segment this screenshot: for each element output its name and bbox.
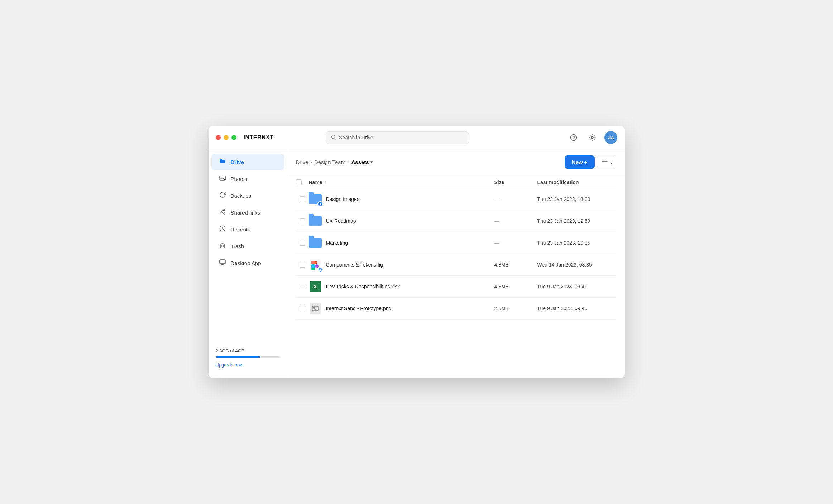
table-header: Name ↑ Size Last modification (296, 175, 616, 188)
header-checkbox-col (296, 179, 309, 185)
breadcrumb-current: Assets ▾ (351, 159, 372, 165)
folder-shared-icon (309, 193, 322, 206)
chevron-down-icon: ▾ (610, 161, 612, 165)
sidebar-label-drive: Drive (231, 159, 244, 165)
trash-icon (219, 242, 226, 251)
table-row[interactable]: Design Images — Thu 23 Jan 2023, 13:00 (296, 188, 616, 210)
file-modified: Tue 9 Jan 2023, 09:41 (537, 284, 616, 289)
shared-badge (317, 201, 323, 207)
header-right: New + ▾ (565, 155, 616, 169)
breadcrumb-sep-1: › (311, 159, 312, 165)
file-size: — (494, 240, 537, 246)
excel-icon: X (310, 281, 321, 292)
row-checkbox-col (296, 218, 309, 224)
breadcrumb-sep-2: › (348, 159, 349, 165)
sidebar-label-recents: Recents (231, 226, 250, 232)
table-row[interactable]: Components & Tokens.fig 4.8MB Wed 14 Jan… (296, 254, 616, 276)
row-checkbox[interactable] (300, 306, 305, 311)
sidebar-label-backups: Backups (231, 193, 252, 199)
row-checkbox[interactable] (300, 262, 305, 268)
row-checkbox-col (296, 196, 309, 202)
select-all-checkbox[interactable] (296, 179, 302, 185)
svg-point-8 (220, 211, 221, 212)
sidebar-item-trash[interactable]: Trash (211, 238, 284, 254)
svg-point-7 (224, 209, 225, 211)
breadcrumb: Drive › Design Team › Assets ▾ (296, 159, 373, 165)
shared-icon (219, 208, 226, 217)
shared-badge (318, 267, 323, 272)
avatar[interactable]: JA (604, 131, 617, 144)
sidebar-label-desktop: Desktop App (231, 260, 261, 266)
table-row[interactable]: Marketing — Thu 23 Jan 2023, 10:35 (296, 232, 616, 254)
storage-text: 2.8GB of 4GB (216, 348, 280, 354)
table-row[interactable]: Internxt Send - Prototype.png 2.5MB Tue … (296, 298, 616, 320)
col-name-header[interactable]: Name ↑ (309, 179, 494, 185)
sidebar-label-shared: Shared links (231, 210, 260, 216)
table-row[interactable]: UX Roadmap — Thu 23 Jan 2023, 12:59 (296, 210, 616, 232)
sidebar-item-photos[interactable]: Photos (211, 171, 284, 187)
file-size: 4.8MB (494, 284, 537, 289)
row-checkbox-col (296, 262, 309, 268)
upgrade-link[interactable]: Upgrade now (216, 362, 243, 368)
svg-rect-24 (311, 264, 315, 268)
titlebar: INTERNXT ? (209, 126, 625, 149)
maximize-button[interactable] (231, 135, 236, 140)
breadcrumb-drive[interactable]: Drive (296, 159, 308, 165)
sidebar-item-shared[interactable]: Shared links (211, 205, 284, 221)
help-button[interactable]: ? (567, 131, 580, 144)
breadcrumb-design-team[interactable]: Design Team (314, 159, 345, 165)
chevron-down-icon[interactable]: ▾ (370, 160, 373, 165)
svg-rect-25 (311, 268, 315, 270)
file-size: 2.5MB (494, 306, 537, 311)
image-file-icon (309, 302, 322, 315)
file-name: Design Images (326, 196, 359, 202)
row-checkbox[interactable] (300, 240, 305, 246)
sidebar-item-backups[interactable]: Backups (211, 188, 284, 204)
sidebar-item-recents[interactable]: Recents (211, 221, 284, 237)
search-bar[interactable] (326, 131, 469, 144)
file-name: Marketing (326, 240, 348, 246)
settings-button[interactable] (586, 131, 599, 144)
sidebar-label-trash: Trash (231, 243, 244, 249)
sidebar-item-desktop[interactable]: Desktop App (211, 255, 284, 271)
table-row[interactable]: X Dev Tasks & Responsibilities.xlsx 4.8M… (296, 276, 616, 298)
row-checkbox[interactable] (300, 284, 305, 289)
main-layout: Drive Photos (209, 149, 625, 378)
minimize-button[interactable] (224, 135, 229, 140)
sidebar-item-drive[interactable]: Drive (211, 154, 284, 170)
col-size-header[interactable]: Size (494, 179, 537, 185)
excel-file-icon: X (309, 280, 322, 293)
row-checkbox-col (296, 240, 309, 246)
storage-fill (216, 356, 260, 358)
svg-line-1 (334, 138, 336, 139)
folder-icon (219, 158, 226, 167)
image-icon (310, 303, 321, 314)
svg-line-11 (221, 212, 224, 213)
file-modified: Thu 23 Jan 2023, 13:00 (537, 196, 616, 202)
file-modified: Wed 14 Jan 2023, 08:35 (537, 262, 616, 268)
search-input[interactable] (339, 135, 464, 140)
sidebar: Drive Photos (209, 149, 287, 378)
svg-point-4 (591, 136, 593, 139)
row-checkbox-col (296, 306, 309, 311)
col-modified-header[interactable]: Last modification (537, 179, 616, 185)
new-button[interactable]: New + (565, 155, 595, 169)
row-checkbox[interactable] (300, 196, 305, 202)
svg-point-26 (315, 264, 319, 268)
row-checkbox[interactable] (300, 218, 305, 224)
photos-icon (219, 174, 226, 183)
svg-text:?: ? (573, 135, 575, 140)
content-header: Drive › Design Team › Assets ▾ New + (287, 149, 625, 175)
close-button[interactable] (216, 135, 221, 140)
list-view-icon (602, 160, 609, 166)
traffic-lights (216, 135, 236, 140)
file-size: 4.8MB (494, 262, 537, 268)
storage-bar (216, 356, 280, 358)
file-name-cell: UX Roadmap (309, 215, 494, 227)
file-size: — (494, 218, 537, 224)
app-logo: INTERNXT (244, 134, 274, 141)
desktop-icon (219, 259, 226, 268)
file-name-cell: Design Images (309, 193, 494, 206)
file-modified: Thu 23 Jan 2023, 10:35 (537, 240, 616, 246)
view-toggle-button[interactable]: ▾ (598, 155, 616, 169)
